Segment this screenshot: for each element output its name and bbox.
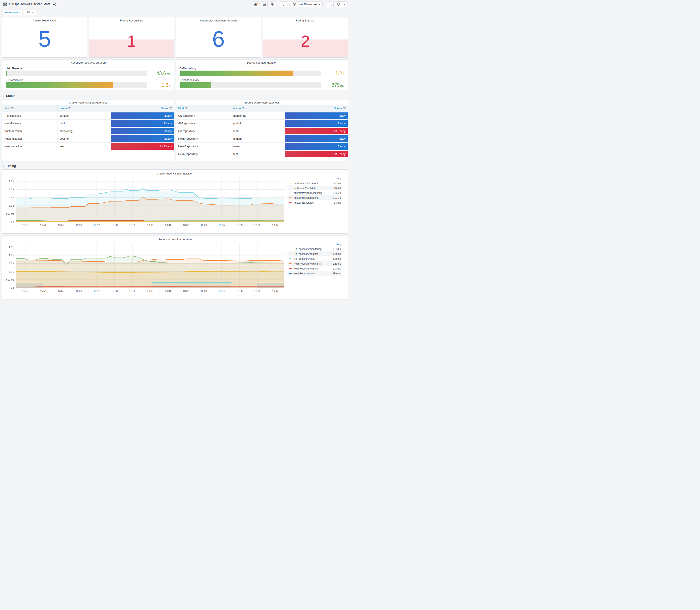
series-name: Kustomization/test — [293, 201, 332, 204]
legend-item[interactable]: HelmRelease/minio16 ms — [288, 186, 342, 190]
column-header-kind[interactable]: Kind — [176, 105, 231, 112]
legend-item[interactable]: GitRepository/monitoring1.594 s — [288, 246, 342, 252]
variable-namespace-label[interactable]: namespace — [2, 10, 23, 15]
svg-text:16:03: 16:03 — [201, 290, 207, 292]
series-name: HelmRelease/minio — [293, 187, 332, 190]
gauge-panel-title[interactable]: Reconciler ops avg. duration — [6, 60, 170, 65]
time-range-label: Last 15 minutes — [297, 3, 317, 6]
save-dashboard-button[interactable] — [261, 1, 267, 7]
share-icon[interactable] — [52, 2, 57, 6]
svg-text:500 ms: 500 ms — [6, 212, 14, 215]
svg-text:16:02: 16:02 — [183, 224, 189, 226]
column-header-kind[interactable]: Kind — [2, 105, 58, 112]
cell-status: Ready — [284, 143, 348, 150]
cell-kind: GitRepository — [176, 112, 231, 120]
legend-item[interactable]: GitRepository/podinfo980 ms — [288, 252, 342, 256]
table-row: KustomizationtestNot Ready — [2, 143, 174, 150]
svg-text:15:59: 15:59 — [129, 290, 135, 292]
cell-name: podinfo — [231, 120, 285, 127]
filter-icon — [169, 107, 172, 110]
svg-text:15:53: 15:53 — [22, 224, 29, 226]
series-avg-value: 1.594 s — [332, 247, 341, 251]
time-range-picker[interactable]: Last 15 minutes — [291, 1, 323, 7]
series-name: Kustomization/monitoring — [293, 192, 331, 194]
chart-legend: avgHelmRelease/contour71 msHelmRelease/m… — [287, 176, 344, 205]
cell-kind: GitRepository — [176, 127, 231, 135]
add-panel-button[interactable] — [252, 1, 259, 7]
svg-text:0 s: 0 s — [11, 287, 14, 289]
section-timing[interactable]: Timing — [2, 163, 348, 170]
svg-text:16:05: 16:05 — [237, 224, 243, 226]
column-header-status[interactable]: Status — [111, 105, 174, 112]
status-badge: Ready — [285, 120, 348, 127]
cell-status: Ready — [111, 112, 174, 120]
table-row: HelmRepositoryminioReady — [176, 143, 348, 150]
stat-panel-title[interactable]: Failing Reconcilers — [89, 17, 174, 22]
gauge-track — [180, 70, 321, 76]
column-header-name[interactable]: Name — [231, 105, 285, 112]
gauge-label: GitRepository — [180, 67, 344, 70]
series-avg-value: 71 ms — [334, 182, 341, 185]
variable-namespace-value-dropdown[interactable]: All — [24, 10, 36, 15]
gauge-label: HelmRepository — [180, 78, 344, 82]
dashboard-settings-button[interactable] — [269, 1, 276, 7]
timeseries-plot[interactable]: 0 s500 ms1.0 s1.5 s2.0 s2.5 s15:5315:541… — [4, 241, 287, 294]
table-panel-title[interactable]: Source acquisition readiness — [176, 99, 348, 105]
refresh-interval-dropdown[interactable] — [342, 1, 347, 7]
legend-avg-header[interactable]: avg — [288, 176, 342, 181]
legend-item[interactable]: HelmRepository/test289 ms — [288, 271, 342, 276]
series-color-dash — [289, 268, 292, 269]
filter-icon — [185, 107, 188, 110]
series-avg-value: 1.695 s — [332, 262, 341, 265]
legend-item[interactable]: Kustomization/monitoring1.605 s — [288, 190, 342, 195]
gauge-panel-title[interactable]: Source ops avg. duration — [180, 60, 344, 65]
status-badge: Ready — [111, 112, 174, 119]
cell-name: test — [58, 143, 111, 150]
svg-text:15:54: 15:54 — [40, 290, 46, 292]
legend-avg-header[interactable]: avg — [288, 242, 342, 246]
status-badge: Ready — [285, 143, 348, 150]
apps-grid-icon[interactable] — [2, 2, 7, 6]
cell-kind: HelmRepository — [176, 150, 231, 158]
timeseries-plot[interactable]: 0 s500 ms1.0 s1.5 s2.0 s2.5 s15:5315:541… — [4, 176, 287, 228]
series-color-dash — [289, 254, 292, 254]
chart-title[interactable]: Cluster reconciliation duration — [4, 171, 346, 176]
series-color-dash — [289, 188, 292, 188]
chart-title[interactable]: Source acquisition duration — [4, 236, 346, 241]
cell-name: monitoring — [231, 112, 285, 120]
table-panel-title[interactable]: Cluster reconciliation readiness — [2, 99, 174, 105]
legend-item[interactable]: Kustomization/podinfo1.071 s — [288, 195, 342, 200]
legend-item[interactable]: GitRepository/test2338 ms — [288, 256, 342, 261]
chart-body: 0 s500 ms1.0 s1.5 s2.0 s2.5 s15:5315:541… — [4, 176, 346, 228]
column-header-name[interactable]: Name — [58, 105, 111, 112]
series-avg-value: 84 ms — [334, 201, 341, 204]
table-row: GitRepositorymonitoringReady — [176, 112, 348, 120]
cell-kind: HelmRelease — [2, 120, 58, 127]
series-name: Kustomization/podinfo — [293, 196, 331, 199]
series-name: HelmRepository/minio — [293, 267, 331, 270]
stat-panel-title[interactable]: Failing Sources — [263, 17, 348, 22]
section-status[interactable]: Status — [2, 93, 348, 99]
stat-value: 1 — [89, 22, 174, 58]
chevron-down-icon — [343, 3, 346, 5]
cell-kind: Kustomization — [2, 135, 58, 143]
legend-item[interactable]: HelmRepository/bitnami1.695 s — [288, 261, 342, 266]
zoom-out-button[interactable] — [327, 1, 333, 7]
svg-text:2.5 s: 2.5 s — [9, 246, 14, 248]
svg-text:15:56: 15:56 — [76, 290, 82, 292]
cycle-view-mode-button[interactable] — [280, 1, 287, 7]
filter-icon — [11, 107, 14, 110]
svg-text:15:57: 15:57 — [94, 290, 100, 292]
series-color-dash — [289, 202, 292, 203]
legend-item[interactable]: HelmRepository/minio108 ms — [288, 266, 342, 271]
legend-item[interactable]: Kustomization/test84 ms — [288, 200, 342, 205]
gauge-item: HelmRepository879ms — [180, 78, 344, 88]
series-name: GitRepository/podinfo — [293, 253, 331, 256]
series-color-dash — [289, 193, 292, 193]
legend-item[interactable]: HelmRelease/contour71 ms — [288, 181, 342, 186]
gauge-value: 43.6ms — [147, 70, 170, 76]
chart-panel-0: Cluster reconciliation duration0 s500 ms… — [2, 170, 348, 234]
status-badge: Ready — [285, 135, 348, 142]
refresh-button[interactable] — [335, 1, 342, 7]
column-header-status[interactable]: Status — [284, 105, 348, 112]
